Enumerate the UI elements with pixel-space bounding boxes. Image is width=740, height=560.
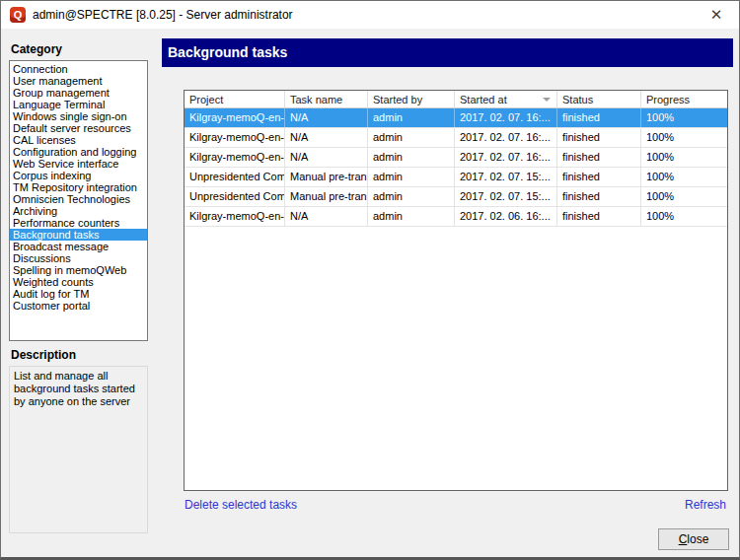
table-cell: finished <box>557 108 641 127</box>
refresh-link[interactable]: Refresh <box>685 498 726 512</box>
sidebar-item-tm-repository-integration[interactable]: TM Repository integration <box>10 181 147 193</box>
sidebar-item-customer-portal[interactable]: Customer portal <box>10 300 147 312</box>
memoq-app-icon: Q <box>10 7 26 23</box>
table-cell: 2017. 02. 07. 15:... <box>455 187 557 206</box>
column-header-progress[interactable]: Progress <box>641 91 727 107</box>
table-cell: Unpresidented Company-... <box>185 168 285 186</box>
column-header-label: Status <box>562 94 593 105</box>
sidebar-item-omniscien-technologies[interactable]: Omniscien Technologies <box>10 193 147 205</box>
table-cell: 100% <box>641 148 727 167</box>
table-cell: N/A <box>285 148 368 167</box>
table-cell: 100% <box>641 128 727 147</box>
table-cell: N/A <box>285 128 368 147</box>
column-header-started-at[interactable]: Started at <box>455 91 557 107</box>
table-cell: 2017. 02. 07. 15:... <box>455 168 557 186</box>
description-text: List and manage all background tasks sta… <box>9 366 148 533</box>
sidebar-item-group-management[interactable]: Group management <box>10 87 147 99</box>
table-cell: N/A <box>285 207 368 226</box>
table-cell: 2017. 02. 07. 16:... <box>455 108 557 127</box>
sidebar-item-default-server-resources[interactable]: Default server resources <box>10 122 147 134</box>
column-header-label: Project <box>189 94 223 105</box>
table-header-row: ProjectTask nameStarted byStarted atStat… <box>185 91 727 108</box>
titlebar: Q admin@SPECTRE [8.0.25] - Server admini… <box>1 1 739 29</box>
table-row[interactable]: Kilgray-memoQ-en-hu3N/Aadmin2017. 02. 07… <box>185 108 727 128</box>
table-cell: 2017. 02. 07. 16:... <box>455 128 557 147</box>
window-title: admin@SPECTRE [8.0.25] - Server administ… <box>33 8 293 22</box>
table-cell: Kilgray-memoQ-en-hu2 <box>185 148 285 167</box>
sort-desc-icon <box>543 98 551 102</box>
table-cell: admin <box>368 128 455 147</box>
sidebar-item-broadcast-message[interactable]: Broadcast message <box>10 241 147 252</box>
sidebar-item-cal-licenses[interactable]: CAL licenses <box>10 134 147 146</box>
sidebar-item-windows-single-sign-on[interactable]: Windows single sign-on <box>10 110 147 122</box>
table-row[interactable]: Kilgray-memoQ-en-hu4N/Aadmin2017. 02. 06… <box>185 207 727 227</box>
sidebar-item-configuration-and-logging[interactable]: Configuration and logging <box>10 146 147 158</box>
category-label: Category <box>11 42 62 56</box>
table-cell: finished <box>557 128 641 147</box>
table-cell: admin <box>368 108 455 127</box>
table-row[interactable]: Unpresidented Company-...Manual pre-tran… <box>185 168 727 187</box>
table-cell: Manual pre-transl... <box>285 187 368 206</box>
sidebar-item-background-tasks[interactable]: Background tasks <box>10 229 147 241</box>
close-button[interactable]: Close <box>658 528 729 550</box>
table-cell: 100% <box>641 207 727 226</box>
table-cell: finished <box>557 207 641 226</box>
column-header-started-by[interactable]: Started by <box>368 91 455 107</box>
table-cell: Unpresidented Company-... <box>185 187 285 206</box>
table-cell: 100% <box>641 108 727 127</box>
table-cell: 2017. 02. 06. 16:... <box>455 207 557 226</box>
delete-selected-tasks-link[interactable]: Delete selected tasks <box>185 498 297 512</box>
column-header-label: Started by <box>373 94 422 105</box>
sidebar-item-web-service-interface[interactable]: Web Service interface <box>10 158 147 170</box>
table-body: Kilgray-memoQ-en-hu3N/Aadmin2017. 02. 07… <box>185 108 727 490</box>
description-label: Description <box>11 348 76 362</box>
background-tasks-table[interactable]: ProjectTask nameStarted byStarted atStat… <box>184 90 728 491</box>
sidebar-item-archiving[interactable]: Archiving <box>10 205 147 217</box>
sidebar-item-spelling-in-memoqweb[interactable]: Spelling in memoQWeb <box>10 264 147 276</box>
table-cell: finished <box>557 148 641 167</box>
sidebar-item-connection[interactable]: Connection <box>10 63 147 75</box>
server-administrator-window: Q admin@SPECTRE [8.0.25] - Server admini… <box>0 0 740 560</box>
sidebar-item-user-management[interactable]: User management <box>10 75 147 87</box>
table-cell: admin <box>368 168 455 186</box>
column-header-label: Task name <box>290 94 342 105</box>
table-cell: Kilgray-memoQ-en-hu3 <box>185 108 285 127</box>
sidebar-item-performance-counters[interactable]: Performance counters <box>10 217 147 229</box>
page-title: Background tasks <box>162 38 733 67</box>
sidebar-item-language-terminal[interactable]: Language Terminal <box>10 99 147 110</box>
table-row[interactable]: Kilgray-memoQ-en-huN/Aadmin2017. 02. 07.… <box>185 128 727 148</box>
column-header-label: Started at <box>460 94 507 105</box>
table-cell: 2017. 02. 07. 16:... <box>455 148 557 167</box>
sidebar-item-corpus-indexing[interactable]: Corpus indexing <box>10 170 147 181</box>
table-row[interactable]: Unpresidented Company-...Manual pre-tran… <box>185 187 727 207</box>
sidebar-item-weighted-counts[interactable]: Weighted counts <box>10 276 147 288</box>
table-cell: admin <box>368 187 455 206</box>
table-cell: admin <box>368 148 455 167</box>
column-header-project[interactable]: Project <box>185 91 285 107</box>
table-cell: Kilgray-memoQ-en-hu4 <box>185 207 285 226</box>
column-header-label: Progress <box>646 94 690 105</box>
category-list[interactable]: ConnectionUser managementGroup managemen… <box>9 60 148 341</box>
table-cell: Manual pre-transl... <box>285 168 368 186</box>
table-row[interactable]: Kilgray-memoQ-en-hu2N/Aadmin2017. 02. 07… <box>185 148 727 168</box>
sidebar-item-audit-log-for-tm[interactable]: Audit log for TM <box>10 288 147 300</box>
column-header-status[interactable]: Status <box>557 91 641 107</box>
close-icon[interactable]: ✕ <box>694 1 739 29</box>
table-cell: finished <box>557 187 641 206</box>
table-cell: 100% <box>641 187 727 206</box>
table-cell: 100% <box>641 168 727 186</box>
sidebar-item-discussions[interactable]: Discussions <box>10 252 147 264</box>
table-cell: Kilgray-memoQ-en-hu <box>185 128 285 147</box>
table-cell: N/A <box>285 108 368 127</box>
table-cell: finished <box>557 168 641 186</box>
table-cell: admin <box>368 207 455 226</box>
column-header-task-name[interactable]: Task name <box>285 91 368 107</box>
